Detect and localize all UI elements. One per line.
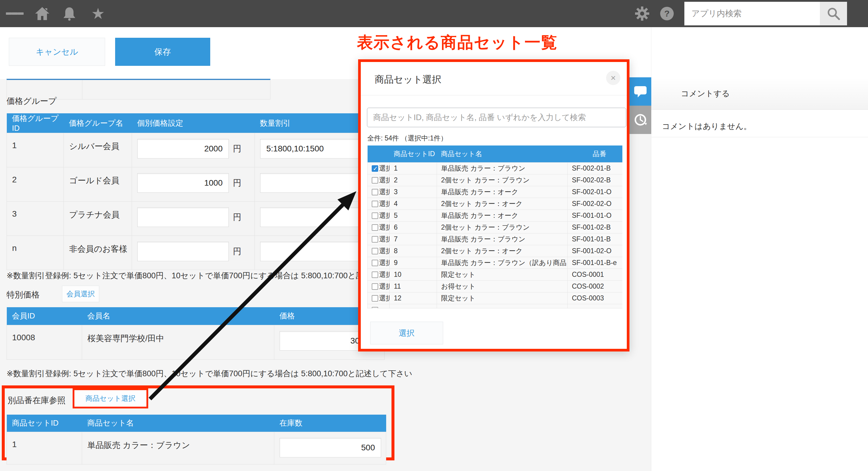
modal-select-button[interactable]: 選択 xyxy=(370,322,443,344)
price-group-label: 価格グループ xyxy=(6,96,57,107)
discount-example-note: ※数量割引登録例: 5セット注文で単価800円、10セットで単価700円にする場… xyxy=(6,270,412,281)
row-checkbox[interactable] xyxy=(372,177,378,184)
table-row: 1 シルバー会員 円 xyxy=(7,133,385,167)
row-checkbox[interactable] xyxy=(372,260,378,266)
product-set-row: 選択 2 2個セット カラー：ブラウン SF-002-02-B xyxy=(368,174,623,186)
member-select-button[interactable]: 会員選択 xyxy=(62,286,99,302)
row-checkbox[interactable] xyxy=(372,165,378,172)
row-select-label: 選択 xyxy=(379,176,390,184)
product-set-search-input[interactable] xyxy=(367,108,626,127)
unit-price-input[interactable] xyxy=(137,208,229,227)
product-set-name: 単品販売 カラー：ブラウン xyxy=(82,432,274,464)
row-select-label: 選択 xyxy=(379,164,390,172)
app-search-input[interactable] xyxy=(684,2,820,25)
product-set-row: 選択 8 2個セット カラー：オーク SF-001-02-O xyxy=(368,245,623,257)
notifications-bell-icon[interactable] xyxy=(60,0,79,27)
price-group-name: シルバー会員 xyxy=(64,133,132,167)
row-select-label: 選択 xyxy=(379,235,390,243)
comments-tab[interactable] xyxy=(629,77,651,106)
column-header: 品番 xyxy=(568,146,623,162)
row-select-label: 選択 xyxy=(379,188,390,196)
app-page: ★ ? キャンセル 保存 価格グループ 価格グループID 価格グループ名 個別価… xyxy=(0,0,868,471)
row-checkbox[interactable] xyxy=(372,295,378,302)
stock-count-input[interactable] xyxy=(280,438,381,458)
price-group-id: 1 xyxy=(7,133,64,167)
row-name: 2個セット カラー：ブラウン xyxy=(437,221,568,233)
price-group-name: ゴールド会員 xyxy=(64,167,132,201)
comment-prompt: コメントする xyxy=(681,88,730,99)
row-select-label: 選択 xyxy=(379,259,390,266)
product-set-id: 1 xyxy=(7,432,82,464)
column-header: 商品セットID xyxy=(390,146,437,162)
product-set-row: 選択 10 限定セット COS-0001 xyxy=(368,269,623,280)
product-set-row: 選択 5 単品販売 カラー：オーク SF-001-01-O xyxy=(368,210,623,221)
currency-suffix: 円 xyxy=(233,177,241,189)
row-checkbox[interactable] xyxy=(372,189,378,195)
row-id: 11 xyxy=(390,280,437,292)
product-set-select-button[interactable]: 商品セット選択 xyxy=(74,390,147,407)
close-icon[interactable]: × xyxy=(606,71,620,85)
product-set-row: 選択 12 限定セット COS-0003 xyxy=(368,292,623,304)
member-id: 10008 xyxy=(7,325,82,359)
price-group-id: n xyxy=(7,236,64,270)
product-set-row: 選択 9 単品販売 カラー：ブラウン（訳あり商品） SF-001-01-B-e xyxy=(368,257,623,269)
cancel-button[interactable]: キャンセル xyxy=(9,38,105,66)
product-set-row: 選択 3 単品販売 カラー：オーク SF-002-01-O xyxy=(368,186,623,198)
row-id: 1 xyxy=(390,162,437,174)
product-set-row: 選択 1 単品販売 カラー：ブラウン SF-002-01-B xyxy=(368,162,623,174)
unit-price-input[interactable] xyxy=(137,242,229,261)
row-checkbox[interactable] xyxy=(372,201,378,207)
row-id: 8 xyxy=(390,245,437,257)
help-icon[interactable]: ? xyxy=(657,0,677,27)
annotation-title: 表示される商品セット一覧 xyxy=(357,32,558,54)
row-checkbox[interactable] xyxy=(372,224,378,231)
comment-compose-area[interactable]: コメントする xyxy=(651,77,868,110)
history-tab[interactable] xyxy=(629,106,651,134)
row-checkbox[interactable] xyxy=(372,248,378,254)
hamburger-menu-icon[interactable] xyxy=(6,0,24,27)
unit-price-input[interactable] xyxy=(137,139,229,158)
row-checkbox[interactable] xyxy=(372,236,378,243)
row-name: 単品販売 カラー：ブラウン xyxy=(437,233,568,245)
settings-gear-icon[interactable] xyxy=(632,0,652,27)
top-navigation-bar: ★ ? xyxy=(0,0,868,27)
row-name: 限定セット xyxy=(437,269,568,280)
price-group-id: 3 xyxy=(7,201,64,236)
product-set-table: 商品セットID 商品セット名 品番 選択 1 単品販売 カラー：ブラウン SF-… xyxy=(367,146,622,308)
column-header: 価格グループID xyxy=(7,113,64,133)
column-header: 商品セット名 xyxy=(437,146,568,162)
search-icon xyxy=(827,7,840,20)
column-header: 商品セットID xyxy=(7,415,82,432)
save-button[interactable]: 保存 xyxy=(115,38,210,66)
stock-reference-table: 商品セットID 商品セット名 在庫数 1 単品販売 カラー：ブラウン xyxy=(6,415,386,465)
row-id: 3 xyxy=(390,186,437,198)
row-code: COS-0003 xyxy=(568,292,623,304)
search-button[interactable] xyxy=(820,2,847,25)
no-comments-text: コメントはありません。 xyxy=(662,121,751,132)
row-select-label: 選択 xyxy=(379,212,390,219)
row-code: SF-002-02-O xyxy=(568,198,623,210)
column-header xyxy=(368,146,390,162)
row-id: 6 xyxy=(390,221,437,233)
favorites-star-icon[interactable]: ★ xyxy=(87,0,108,27)
product-set-row-clipped xyxy=(368,304,623,308)
row-checkbox[interactable] xyxy=(372,213,378,219)
price-group-name: 非会員のお客様 xyxy=(64,236,132,270)
product-set-table-scroll[interactable]: 商品セットID 商品セット名 品番 選択 1 単品販売 カラー：ブラウン SF-… xyxy=(367,146,622,308)
special-price-input[interactable] xyxy=(280,331,366,351)
row-checkbox[interactable] xyxy=(372,307,378,309)
stock-reference-label: 別品番在庫参照 xyxy=(8,395,66,406)
home-icon[interactable] xyxy=(32,0,53,27)
discount-example-note: ※数量割引登録例: 5セット注文で単価800円、10セットで単価700円にする場… xyxy=(6,368,412,379)
row-select-label: 選択 xyxy=(379,200,390,208)
column-header: 在庫数 xyxy=(274,415,386,432)
price-group-id: 2 xyxy=(7,167,64,201)
row-code: SF-001-01-O xyxy=(568,210,623,221)
row-code: COS-0001 xyxy=(568,269,623,280)
row-checkbox[interactable] xyxy=(372,272,378,278)
modal-title: 商品セット選択 xyxy=(375,73,441,86)
row-checkbox[interactable] xyxy=(372,283,378,290)
unit-price-input[interactable] xyxy=(137,173,229,193)
row-select-label: 選択 xyxy=(379,294,390,302)
row-select-label: 選択 xyxy=(379,282,390,290)
